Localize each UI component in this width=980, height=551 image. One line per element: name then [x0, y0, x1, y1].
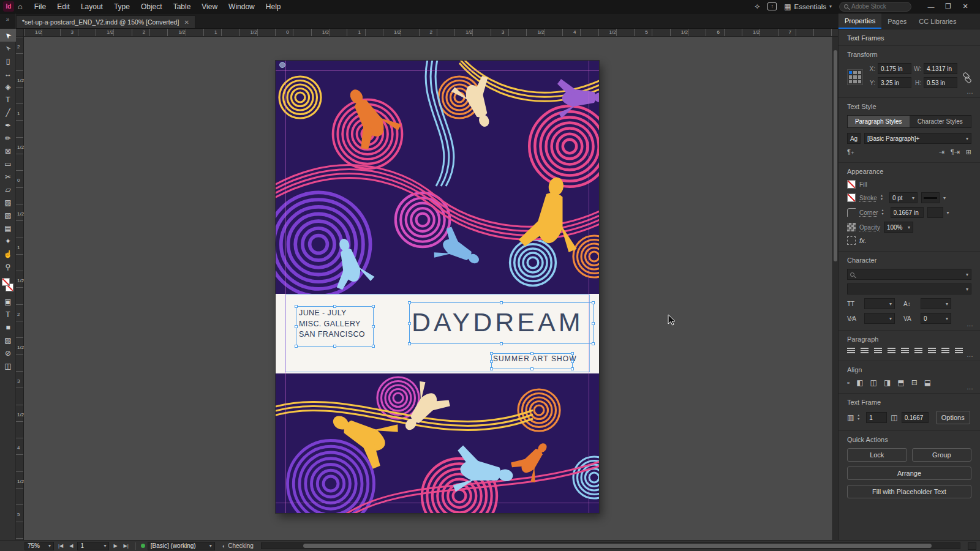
corner-style-select[interactable]	[927, 207, 943, 218]
eyedropper-tool[interactable]: ✦	[0, 234, 16, 247]
font-family-select[interactable]: ▾	[847, 269, 971, 280]
selection-handle[interactable]	[408, 301, 411, 304]
style-grid-icon[interactable]: ⊞	[966, 148, 971, 156]
font-size-field[interactable]: ▾	[864, 298, 895, 309]
home-icon[interactable]: ⌂	[18, 2, 23, 11]
menu-help[interactable]: Help	[260, 0, 287, 13]
formatting-affects-text[interactable]: T	[0, 308, 16, 321]
align-right-icon[interactable]: ◨	[884, 378, 891, 387]
selection-handle[interactable]	[333, 305, 336, 308]
selection-handle[interactable]	[295, 325, 298, 328]
previous-page-button[interactable]: ◀	[67, 543, 75, 549]
menu-edit[interactable]: Edit	[51, 0, 75, 13]
menu-view[interactable]: View	[196, 0, 223, 13]
postcard-document[interactable]: JUNE - JULY MISC. GALLERY SAN FRANCISCO …	[276, 61, 599, 513]
fill-swatch[interactable]	[2, 278, 10, 286]
selection-handle[interactable]	[372, 325, 375, 328]
content-collector-tool[interactable]: ◈	[0, 80, 16, 93]
selection-handle[interactable]	[490, 352, 493, 355]
workspace-switcher[interactable]: ▦ Essentials ▾	[784, 2, 832, 11]
gap-tool[interactable]: ↔	[0, 67, 16, 80]
scissors-tool[interactable]: ✂	[0, 170, 16, 183]
gradient-swatch-tool[interactable]: ▨	[0, 196, 16, 209]
screen-mode[interactable]: ◫	[0, 359, 16, 372]
tab-paragraph-styles[interactable]: Paragraph Styles	[848, 116, 910, 127]
last-page-button[interactable]: ▶|	[122, 543, 130, 549]
indesign-logo[interactable]: Id	[3, 1, 14, 12]
selection-handle[interactable]	[408, 322, 411, 325]
text-frame-options-button[interactable]: Options	[936, 411, 970, 424]
fill-stroke-swatches[interactable]	[0, 277, 16, 295]
selection-handle[interactable]	[372, 305, 375, 308]
selection-handle[interactable]	[530, 352, 533, 355]
selection-tool[interactable]: ➤	[0, 29, 16, 42]
selection-handle[interactable]	[592, 322, 595, 325]
apply-color[interactable]: ■	[0, 321, 16, 334]
text-frame-title[interactable]: DAYDREAM	[409, 302, 594, 344]
preflight-menu[interactable]: [Basic] (working)▾	[148, 542, 215, 550]
align-left-icon[interactable]: ◧	[856, 378, 863, 387]
free-transform-tool[interactable]: ▱	[0, 183, 16, 196]
content-grabber-icon[interactable]	[279, 62, 285, 68]
paragraph-align-left-icon[interactable]	[847, 348, 855, 354]
share-icon[interactable]: ↑	[767, 2, 777, 10]
formatting-affects-container[interactable]: ▣	[0, 295, 16, 308]
document-tab[interactable]: *set-up-a-postcard_END_V2.indd @ 150% [C…	[16, 15, 195, 28]
selection-handle[interactable]	[592, 301, 595, 304]
corner-radius-stepper[interactable]: ▴▾	[882, 209, 887, 216]
menu-file[interactable]: File	[29, 0, 51, 13]
gradient-feather-tool[interactable]: ▧	[0, 209, 16, 222]
opacity-link[interactable]: Opacity	[859, 224, 880, 231]
ruler-left[interactable]: 21/211/201/211/221/231/241/25	[16, 37, 24, 540]
fx-label[interactable]: fx.	[859, 237, 867, 244]
stock-search-box[interactable]	[839, 2, 911, 12]
selection-handle[interactable]	[571, 360, 574, 363]
close-button[interactable]: ✕	[957, 2, 974, 10]
type-tool[interactable]: T	[0, 93, 16, 106]
paragraph-mark-icon[interactable]: ¶₊	[847, 148, 854, 156]
rectangle-tool[interactable]: ▭	[0, 157, 16, 170]
align-more-options[interactable]: …	[967, 383, 974, 391]
stroke-link[interactable]: Stroke	[859, 195, 877, 201]
apply-gradient[interactable]: ▨	[0, 334, 16, 347]
selection-handle[interactable]	[530, 367, 533, 370]
zoom-level-select[interactable]: 75%▾	[24, 542, 54, 550]
tab-pages[interactable]: Pages	[881, 13, 913, 29]
w-field[interactable]: 4.1317 in	[924, 63, 957, 74]
ruler-top[interactable]: 1/231/221/211/201/211/221/231/241/251/26…	[24, 29, 838, 37]
next-page-button[interactable]: ▶	[111, 543, 119, 549]
menu-type[interactable]: Type	[108, 0, 135, 13]
tracking-field[interactable]: 0▾	[921, 313, 951, 324]
pencil-tool[interactable]: ✏	[0, 132, 16, 144]
learn-icon[interactable]: ✧	[754, 2, 760, 11]
pasteboard[interactable]: JUNE - JULY MISC. GALLERY SAN FRANCISCO …	[24, 37, 838, 540]
corner-radius-field[interactable]: 0.1667 in	[891, 207, 924, 218]
menu-layout[interactable]: Layout	[75, 0, 108, 13]
stroke-color-swatch[interactable]	[847, 193, 856, 202]
horizontal-scrollbar[interactable]	[261, 542, 960, 549]
pen-tool[interactable]: ✒	[0, 119, 16, 132]
selection-handle[interactable]	[490, 360, 493, 363]
paragraph-style-select[interactable]: [Basic Paragraph]+ ▾	[864, 133, 971, 144]
line-tool[interactable]: ╱	[0, 106, 16, 119]
opacity-field[interactable]: 100%▾	[884, 222, 913, 233]
fill-color-swatch[interactable]	[847, 180, 856, 189]
horizontal-scrollbar-thumb[interactable]	[303, 544, 932, 548]
h-field[interactable]: 0.53 in	[924, 77, 957, 88]
hand-tool[interactable]: ☝	[0, 247, 16, 260]
vertical-scrollbar[interactable]	[832, 37, 838, 540]
quick-action-fill-with-placeholder-text[interactable]: Fill with Placeholder Text	[847, 485, 971, 498]
columns-field[interactable]: 1	[866, 412, 887, 423]
character-more-options[interactable]: …	[967, 320, 974, 328]
align-key-object-icon[interactable]: ▫	[847, 378, 850, 387]
vertical-scrollbar-thumb[interactable]	[834, 50, 837, 261]
selection-handle[interactable]	[295, 305, 298, 308]
selection-handle[interactable]	[372, 345, 375, 348]
text-frame-subtitle[interactable]: SUMMER ART SHOW	[491, 353, 573, 369]
align-bottom-icon[interactable]: ⬓	[924, 378, 931, 387]
selection-handle[interactable]	[592, 342, 595, 345]
tab-character-styles[interactable]: Character Styles	[910, 116, 971, 127]
x-field[interactable]: 0.175 in	[878, 63, 911, 74]
align-center-horizontal-icon[interactable]: ◫	[870, 378, 877, 387]
kerning-field[interactable]: ▾	[864, 313, 895, 324]
